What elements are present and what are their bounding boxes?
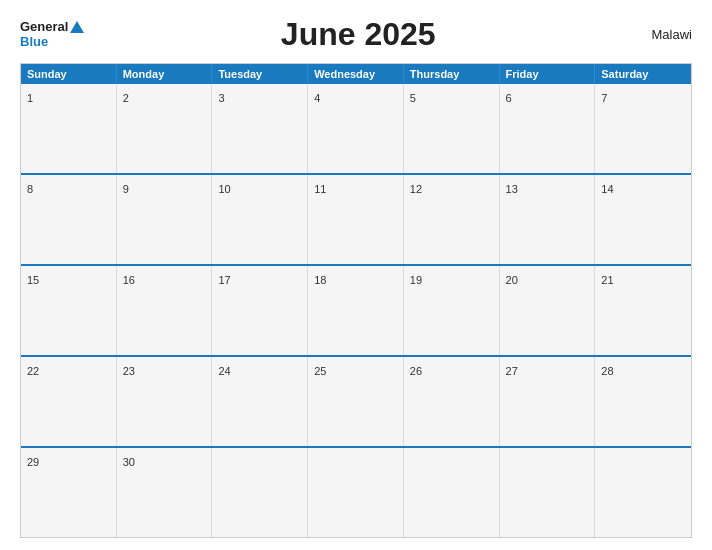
day-cell-empty-4 — [500, 448, 596, 537]
week-row-3: 15 16 17 18 19 20 21 — [21, 264, 691, 355]
week-row-5: 29 30 — [21, 446, 691, 537]
header-friday: Friday — [500, 64, 596, 84]
day-headers-row: Sunday Monday Tuesday Wednesday Thursday… — [21, 64, 691, 84]
day-cell-8: 8 — [21, 175, 117, 264]
header-wednesday: Wednesday — [308, 64, 404, 84]
logo: General Blue — [20, 20, 84, 49]
day-cell-11: 11 — [308, 175, 404, 264]
day-cell-9: 9 — [117, 175, 213, 264]
day-cell-30: 30 — [117, 448, 213, 537]
week-row-1: 1 2 3 4 5 6 7 — [21, 84, 691, 173]
day-cell-20: 20 — [500, 266, 596, 355]
day-cell-empty-1 — [212, 448, 308, 537]
day-cell-27: 27 — [500, 357, 596, 446]
day-cell-21: 21 — [595, 266, 691, 355]
header-tuesday: Tuesday — [212, 64, 308, 84]
day-cell-3: 3 — [212, 84, 308, 173]
day-cell-2: 2 — [117, 84, 213, 173]
logo-general-text: General — [20, 20, 68, 34]
day-cell-26: 26 — [404, 357, 500, 446]
logo-blue-text: Blue — [20, 34, 84, 49]
calendar-page: General Blue June 2025 Malawi Sunday Mon… — [0, 0, 712, 550]
day-cell-25: 25 — [308, 357, 404, 446]
header-saturday: Saturday — [595, 64, 691, 84]
day-cell-empty-2 — [308, 448, 404, 537]
day-cell-15: 15 — [21, 266, 117, 355]
calendar-title: June 2025 — [84, 16, 632, 53]
calendar-grid: Sunday Monday Tuesday Wednesday Thursday… — [20, 63, 692, 538]
weeks-container: 1 2 3 4 5 6 7 8 9 10 11 12 13 14 15 16 1… — [21, 84, 691, 537]
day-cell-23: 23 — [117, 357, 213, 446]
day-cell-12: 12 — [404, 175, 500, 264]
header-thursday: Thursday — [404, 64, 500, 84]
day-cell-empty-5 — [595, 448, 691, 537]
day-cell-18: 18 — [308, 266, 404, 355]
day-cell-16: 16 — [117, 266, 213, 355]
week-row-4: 22 23 24 25 26 27 28 — [21, 355, 691, 446]
day-cell-24: 24 — [212, 357, 308, 446]
day-cell-28: 28 — [595, 357, 691, 446]
logo-triangle-icon — [70, 21, 84, 33]
day-cell-4: 4 — [308, 84, 404, 173]
day-cell-7: 7 — [595, 84, 691, 173]
day-cell-empty-3 — [404, 448, 500, 537]
day-cell-22: 22 — [21, 357, 117, 446]
day-cell-17: 17 — [212, 266, 308, 355]
header-monday: Monday — [117, 64, 213, 84]
day-cell-14: 14 — [595, 175, 691, 264]
day-cell-13: 13 — [500, 175, 596, 264]
day-cell-10: 10 — [212, 175, 308, 264]
week-row-2: 8 9 10 11 12 13 14 — [21, 173, 691, 264]
day-cell-19: 19 — [404, 266, 500, 355]
country-label: Malawi — [632, 27, 692, 42]
day-cell-29: 29 — [21, 448, 117, 537]
day-cell-6: 6 — [500, 84, 596, 173]
day-cell-1: 1 — [21, 84, 117, 173]
header: General Blue June 2025 Malawi — [20, 16, 692, 53]
day-cell-5: 5 — [404, 84, 500, 173]
header-sunday: Sunday — [21, 64, 117, 84]
